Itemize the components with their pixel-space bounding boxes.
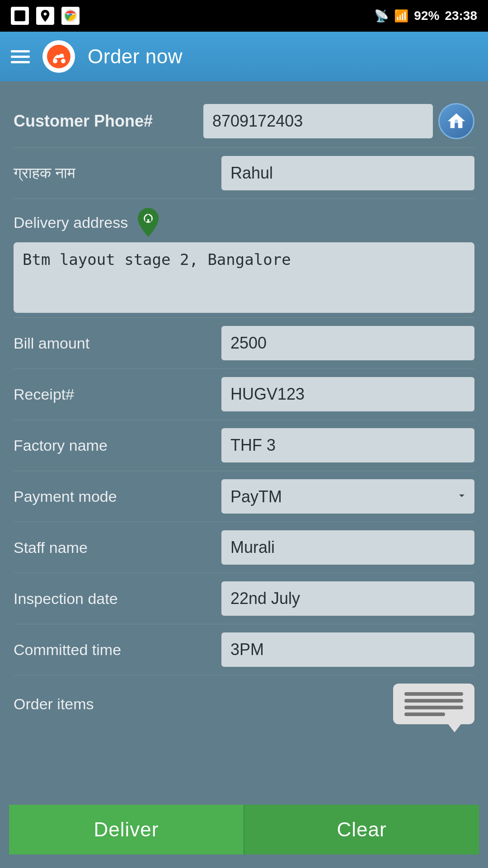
staff-name-input[interactable]	[221, 530, 474, 565]
customer-phone-label: Customer Phone#	[14, 112, 153, 131]
svg-point-6	[57, 52, 60, 55]
delivery-address-textarea[interactable]: Btm layout stage 2, Bangalore	[14, 242, 474, 313]
delivery-address-label: Delivery address	[14, 214, 128, 231]
status-right: 📡 📶 92% 23:38	[374, 9, 477, 23]
factory-name-input[interactable]	[221, 428, 474, 462]
receipt-input[interactable]	[221, 377, 474, 411]
home-button[interactable]	[438, 103, 474, 139]
customer-phone-input[interactable]	[203, 104, 433, 138]
status-bar: 📡 📶 92% 23:38	[0, 0, 488, 32]
location-pin-icon	[135, 207, 161, 238]
signal-icon: 📶	[394, 9, 408, 23]
committed-time-row: Committed time	[9, 624, 479, 675]
payment-mode-select[interactable]: PayTM Cash UPI Card	[221, 479, 474, 514]
nav-title: Order now	[88, 45, 183, 68]
hamburger-menu[interactable]	[11, 50, 30, 63]
bill-amount-row: Bill amount	[9, 318, 479, 368]
inspection-date-row: Inspection date	[9, 573, 479, 624]
customer-name-input[interactable]	[221, 156, 474, 190]
bill-amount-input[interactable]	[221, 326, 474, 360]
clear-button[interactable]: Clear	[244, 805, 479, 854]
customer-phone-row: Customer Phone#	[9, 95, 479, 147]
location-icon	[36, 7, 54, 25]
inspection-date-input[interactable]	[221, 581, 474, 616]
order-items-label: Order items	[14, 695, 94, 713]
battery-percentage: 92%	[414, 9, 439, 23]
customer-phone-input-group	[203, 103, 474, 139]
chrome-icon	[61, 7, 80, 25]
deliver-button[interactable]: Deliver	[9, 805, 244, 854]
customer-name-row: ग्राहक नाम	[9, 148, 479, 198]
bill-amount-label: Bill amount	[14, 335, 89, 352]
receipt-row: Receipt#	[9, 369, 479, 420]
factory-name-label: Factory name	[14, 437, 108, 454]
delivery-address-label-row: Delivery address	[9, 199, 479, 242]
staff-name-label: Staff name	[14, 539, 88, 557]
committed-time-label: Committed time	[14, 641, 121, 659]
inspection-date-label: Inspection date	[14, 590, 118, 608]
payment-mode-row: Payment mode PayTM Cash UPI Card	[9, 471, 479, 522]
nav-logo	[42, 40, 75, 73]
order-items-comment-button[interactable]	[393, 684, 474, 724]
nav-bar: Order now	[0, 32, 488, 81]
staff-name-row: Staff name	[9, 522, 479, 573]
comment-icon	[398, 688, 469, 721]
committed-time-input[interactable]	[221, 632, 474, 667]
factory-name-row: Factory name	[9, 420, 479, 471]
customer-name-label: ग्राहक नाम	[14, 164, 75, 182]
bottom-buttons: Deliver Clear	[9, 805, 479, 854]
payment-mode-label: Payment mode	[14, 488, 117, 505]
svg-point-5	[61, 59, 66, 63]
receipt-label: Receipt#	[14, 386, 74, 403]
payment-mode-select-wrapper: PayTM Cash UPI Card	[221, 479, 474, 514]
svg-point-7	[455, 119, 458, 123]
hotspot-icon: 📡	[374, 9, 389, 23]
photo-icon	[11, 7, 29, 25]
time-display: 23:38	[445, 9, 477, 23]
status-icons-left	[11, 7, 80, 25]
order-items-row: Order items	[9, 675, 479, 732]
main-content: Customer Phone# ग्राहक नाम Delivery addr…	[0, 81, 488, 868]
